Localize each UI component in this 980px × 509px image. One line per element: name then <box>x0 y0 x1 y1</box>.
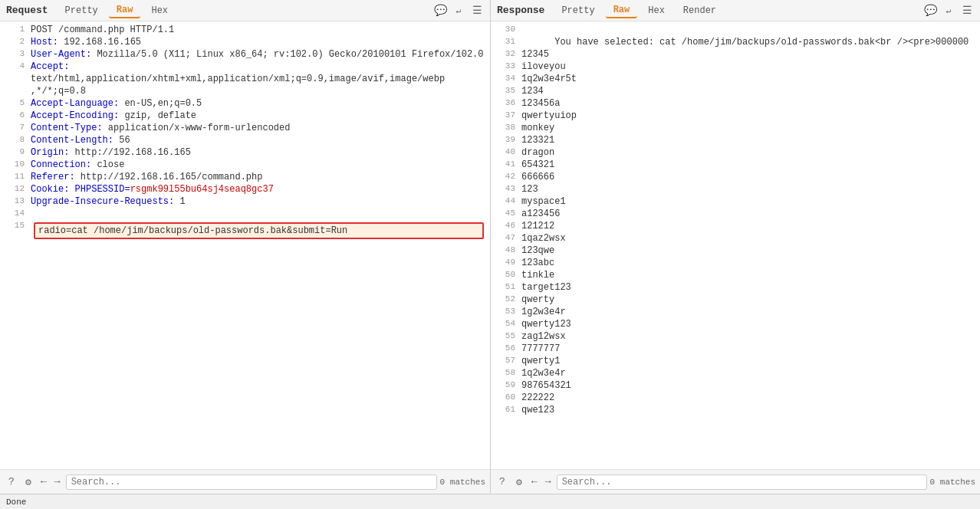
response-line-40: 40 dragon <box>491 147 980 159</box>
response-help-icon[interactable]: ? <box>495 475 509 489</box>
response-search-input[interactable] <box>557 475 927 490</box>
request-line-12: 12 Cookie: PHPSESSID=rsgmk99l55bu64sj4se… <box>0 184 490 196</box>
response-line-32: 32 12345 <box>491 49 980 61</box>
response-line-49: 49 123abc <box>491 258 980 270</box>
request-line-15-highlighted: radio=cat /home/jim/backups/old-password… <box>34 222 484 239</box>
response-line-55: 55 zag12wsx <box>491 331 980 343</box>
response-line-61: 61 qwe123 <box>491 405 980 417</box>
response-tab-bar: Pretty Raw Hex Render <box>554 3 724 18</box>
request-next-arrow[interactable]: → <box>52 475 63 488</box>
response-content: 30 31 You have selected: cat /home/jim/b… <box>491 21 980 469</box>
response-line-38: 38 monkey <box>491 123 980 135</box>
request-wrap-icon[interactable]: ↵ <box>452 4 465 18</box>
response-line-60: 60 222222 <box>491 392 980 405</box>
request-settings-icon[interactable]: ⚙ <box>21 475 35 489</box>
response-title: Response <box>497 5 544 16</box>
request-line-4-cont: text/html,application/xhtml+xml,applicat… <box>0 74 490 86</box>
request-help-icon[interactable]: ? <box>5 475 18 489</box>
request-tab-pretty[interactable]: Pretty <box>58 4 106 18</box>
response-panel: Response Pretty Raw Hex Render 💬 ↵ ☰ 30 … <box>491 0 980 494</box>
response-line-33: 33 iloveyou <box>491 61 980 74</box>
request-tab-bar: Pretty Raw Hex <box>58 3 176 18</box>
response-tab-render[interactable]: Render <box>676 4 724 18</box>
request-line-1: 1 POST /command.php HTTP/1.1 <box>0 25 490 37</box>
request-match-count: 0 matches <box>440 478 485 487</box>
response-line-45: 45 a123456 <box>491 209 980 221</box>
request-bottom-bar: ? ⚙ ← → 0 matches <box>0 469 490 494</box>
response-tab-pretty[interactable]: Pretty <box>554 4 602 18</box>
request-toolbar: 💬 ↵ ☰ <box>433 4 484 18</box>
request-panel: Request Pretty Raw Hex 💬 ↵ ☰ 1 POST /com… <box>0 0 491 494</box>
response-line-35: 35 1234 <box>491 86 980 98</box>
request-line-4: 4 Accept: <box>0 61 490 74</box>
response-line-52: 52 qwerty <box>491 294 980 307</box>
request-prev-arrow[interactable]: ← <box>38 475 49 488</box>
response-wrap-icon[interactable]: ↵ <box>942 4 955 18</box>
request-line-2: 2 Host: 192.168.16.165 <box>0 37 490 49</box>
request-message-icon[interactable]: 💬 <box>433 4 447 18</box>
request-line-7: 7 Content-Type: application/x-www-form-u… <box>0 123 490 135</box>
response-prev-arrow[interactable]: ← <box>529 475 540 488</box>
request-tab-raw[interactable]: Raw <box>109 3 141 18</box>
request-line-6: 6 Accept-Encoding: gzip, deflate <box>0 110 490 123</box>
response-line-53: 53 1g2w3e4r <box>491 307 980 319</box>
response-next-arrow[interactable]: → <box>543 475 554 488</box>
status-text: Done <box>6 498 26 507</box>
response-line-51: 51 target123 <box>491 282 980 294</box>
response-line-58: 58 1q2w3e4r <box>491 368 980 380</box>
panels-row: Request Pretty Raw Hex 💬 ↵ ☰ 1 POST /com… <box>0 0 980 494</box>
response-line-34: 34 1q2w3e4r5t <box>491 74 980 86</box>
request-header: Request Pretty Raw Hex 💬 ↵ ☰ <box>0 0 490 21</box>
request-title: Request <box>6 5 48 16</box>
response-line-30: 30 <box>491 25 980 37</box>
request-line-15-wrapper: 15 radio=cat /home/jim/backups/old-passw… <box>0 221 490 241</box>
response-line-44: 44 myspace1 <box>491 196 980 209</box>
request-line-13: 13 Upgrade-Insecure-Requests: 1 <box>0 196 490 209</box>
request-menu-icon[interactable]: ☰ <box>470 4 484 18</box>
response-line-43: 43 123 <box>491 184 980 196</box>
response-line-48: 48 123qwe <box>491 245 980 258</box>
response-line-31: 31 You have selected: cat /home/jim/back… <box>491 37 980 49</box>
response-message-icon[interactable]: 💬 <box>923 4 937 18</box>
response-line-56: 56 7777777 <box>491 343 980 356</box>
response-header: Response Pretty Raw Hex Render 💬 ↵ ☰ <box>491 0 980 21</box>
request-content: 1 POST /command.php HTTP/1.1 2 Host: 192… <box>0 21 490 469</box>
response-line-57: 57 qwerty1 <box>491 356 980 368</box>
response-line-47: 47 1qaz2wsx <box>491 233 980 245</box>
request-search-input[interactable] <box>66 475 437 490</box>
response-line-42: 42 666666 <box>491 172 980 184</box>
response-bottom-bar: ? ⚙ ← → 0 matches <box>491 469 980 494</box>
status-bar: Done <box>0 494 980 509</box>
request-line-8: 8 Content-Length: 56 <box>0 135 490 147</box>
response-match-count: 0 matches <box>930 478 975 487</box>
request-line-10: 10 Connection: close <box>0 159 490 172</box>
response-line-54: 54 qwerty123 <box>491 319 980 331</box>
response-line-50: 50 tinkle <box>491 270 980 282</box>
response-tab-raw[interactable]: Raw <box>606 3 638 18</box>
response-line-36: 36 123456a <box>491 98 980 110</box>
response-tab-hex[interactable]: Hex <box>640 4 673 18</box>
response-line-41: 41 654321 <box>491 159 980 172</box>
request-tab-hex[interactable]: Hex <box>143 4 176 18</box>
request-line-11: 11 Referer: http://192.168.16.165/comman… <box>0 172 490 184</box>
request-line-9: 9 Origin: http://192.168.16.165 <box>0 147 490 159</box>
response-menu-icon[interactable]: ☰ <box>960 4 974 18</box>
response-settings-icon[interactable]: ⚙ <box>512 475 526 489</box>
request-line-5: 5 Accept-Language: en-US,en;q=0.5 <box>0 98 490 110</box>
request-line-3: 3 User-Agent: Mozilla/5.0 (X11; Linux x8… <box>0 49 490 61</box>
request-line-4-cont2: ,*/*;q=0.8 <box>0 86 490 98</box>
request-line-14: 14 <box>0 209 490 221</box>
response-line-59: 59 987654321 <box>491 380 980 392</box>
response-line-39: 39 123321 <box>491 135 980 147</box>
response-line-46: 46 121212 <box>491 221 980 233</box>
response-line-37: 37 qwertyuiop <box>491 110 980 123</box>
response-toolbar: 💬 ↵ ☰ <box>923 4 974 18</box>
request-line-15-content: radio=cat /home/jim/backups/old-password… <box>38 225 347 236</box>
